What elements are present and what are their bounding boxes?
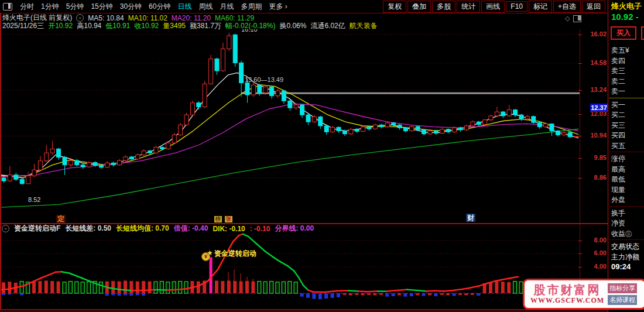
star-icon: ★ [207,249,213,257]
signal-marker: ¥ ★ 资金逆转启动 [201,249,256,261]
main-axis-label-0: 16.02 [582,30,607,37]
svg-text:8.52: 8.52 [28,196,40,203]
diamond-icon[interactable]: ◇ [565,15,570,22]
panel-row-2-4[interactable]: 外盘 [611,195,625,205]
indicator-header-item-2: 长短线均值: 0.70 [116,224,169,234]
panel-row-2-2[interactable]: 最低 [611,174,625,184]
panel-row-1-2[interactable]: 买三 [611,121,625,131]
indicator-header-item-6: 分界线: 0.00 [275,224,314,234]
panel-row-1-4[interactable]: 买五 [611,141,625,151]
menu-item-6[interactable]: 日线 [174,1,194,13]
sub-axis-label-0: 8.00 [582,236,607,244]
main-axis-label-4: 10.94 [582,132,607,139]
panel-divider-3 [609,239,644,240]
menu-item-4[interactable]: 30分钟 [117,1,145,13]
panel-row-1-3[interactable]: 买四 [611,131,625,140]
toolbar-button-1[interactable]: 叠加 [407,1,431,13]
watermark-text: 股市财富网 WWW.GSCFW.COM [530,283,604,305]
toolbar-button-8[interactable]: 返回 [582,1,605,13]
indicator-header-item-4: DIK: -0.10 [213,225,245,233]
panel-divider-1 [609,152,644,152]
indicator-header-item-5: : -0.10 [250,225,270,233]
current-price-chip: 12.37 [590,104,608,112]
panel-row-4-1[interactable]: 主力净额 [611,252,639,262]
menu-item-5[interactable]: 60分钟 [146,1,173,13]
chart-badge-3: 财 [466,214,475,222]
sub-axis-label-2: 4.00 [582,263,607,270]
main-axis-label-2: 13.24 [582,86,607,93]
toolbar-button-7[interactable]: +自选 [553,1,581,13]
panel-row-2-1[interactable]: 最高 [611,164,625,174]
main-axis-label-6: 8.86 [582,174,607,181]
menu-item-9[interactable]: 多周期 [238,1,265,13]
toolbar-button-5[interactable]: F10 [506,1,527,12]
period-menu: 分时1分钟5分钟15分钟30分钟60分钟日线周线月线多周期更多 › [0,1,290,13]
panel-stock-name: 烽火电子 [611,1,642,12]
chart-corner-icons: ◇ [565,15,581,22]
panel-row-0-1[interactable]: 卖四 [611,56,625,66]
panel-row-4-2[interactable]: 09:24 [611,262,631,271]
indicator-header-item-0: 资金逆转启动F [14,224,60,234]
toolbar-button-3[interactable]: 统计 [457,1,480,13]
main-candlestick-chart[interactable]: 16.1013.60—13.498.52 [0,29,580,223]
chart-badge-0: 定 [56,215,66,223]
chart-badge-2: 张 [225,216,232,222]
panel-row-2-0[interactable]: 涨停 [611,154,625,164]
menu-item-8[interactable]: 月线 [217,1,237,13]
trading-app-window: 分时1分钟5分钟15分钟30分钟60分钟日线周线月线多周期更多 › 复权叠加多股… [0,0,644,312]
panel-row-2-3[interactable]: 现量 [611,185,625,195]
menu-item-10[interactable]: 更多 › [266,1,290,13]
sell-button-clipped[interactable] [641,26,644,40]
panel-last-price: 10.92 - [611,12,639,22]
watermark-badge-1: 指标分享 [608,283,637,293]
indicator-header: ⌄ 资金逆转启动F长短线差: 0.50长短线均值: 0.70倍值: -0.40D… [2,224,314,233]
panel-row-1-1[interactable]: 买二 [611,110,625,120]
panel-row-3-0[interactable]: 换手 [611,208,625,218]
window-split-icon[interactable] [3,3,12,11]
main-axis-tick-0 [578,35,582,35]
main-axis-tick-5 [578,158,582,159]
panel-row-0-4[interactable]: 卖一 [611,87,625,97]
panel-row-3-2[interactable]: 收益㊂ [611,229,632,239]
main-axis-tick-2 [578,90,582,91]
main-axis-tick-4 [578,136,582,136]
watermark-box: 股市财富网 WWW.GSCFW.COM 指标分享 名师课程 [523,279,644,310]
watermark-badges: 指标分享 名师课程 [608,283,637,305]
panel-divider-2 [609,206,644,207]
panel-row-3-1[interactable]: 净资 [611,218,625,228]
main-axis-tick-6 [578,178,582,179]
panel-row-0-2[interactable]: 卖三 [611,66,625,76]
signal-label: 资金逆转启动 [214,249,256,259]
buy-button[interactable]: 买入 [611,26,636,40]
main-axis-label-5: 9.85 [582,154,607,161]
chart-badge-1: 榜 [214,216,222,222]
toolbar-button-4[interactable]: 画线 [481,1,505,13]
panel-row-0-0[interactable]: 卖五¥ [611,46,629,56]
main-axis-label-1: 14.58 [582,59,607,66]
watermark-site-name: 股市财富网 [534,283,601,296]
menu-item-7[interactable]: 周线 [196,1,215,13]
menu-item-3[interactable]: 15分钟 [88,1,115,13]
panel-row-1-0[interactable]: 买一 [611,100,625,110]
indicator-header-item-3: 倍值: -0.40 [174,224,208,234]
quote-panel: 烽火电子 10.92 - 买入 卖五¥卖四卖三卖二卖一买一买二买三买四买五涨停最… [608,0,644,312]
svg-text:16.10: 16.10 [241,29,258,33]
toolbar-button-6[interactable]: 标记 [529,1,552,13]
watermark-badge-2: 名师课程 [608,295,637,305]
sub-axis-tick-2 [578,267,582,268]
indicator-chart[interactable] [0,233,580,310]
menu-item-0[interactable]: 分时 [17,1,37,13]
main-axis-tick-1 [578,63,582,64]
menu-item-2[interactable]: 5分钟 [63,1,87,13]
sub-axis-tick-1 [578,253,582,254]
panel-row-0-3[interactable]: 卖二 [611,77,625,87]
toolbar-button-2[interactable]: 多股 [432,1,455,13]
plot-left-border [0,13,1,309]
watermark-site-url: WWW.GSCFW.COM [530,296,604,305]
toolbar-button-0[interactable]: 复权 [383,1,406,13]
panel-toggle-icon[interactable] [573,15,581,22]
panel-row-4-0[interactable]: 交易状态 [611,242,639,252]
menu-item-1[interactable]: 1分钟 [38,1,62,13]
svg-text:13.60—13.49: 13.60—13.49 [245,76,283,83]
indicator-collapse-icon[interactable]: ⌄ [2,225,9,232]
